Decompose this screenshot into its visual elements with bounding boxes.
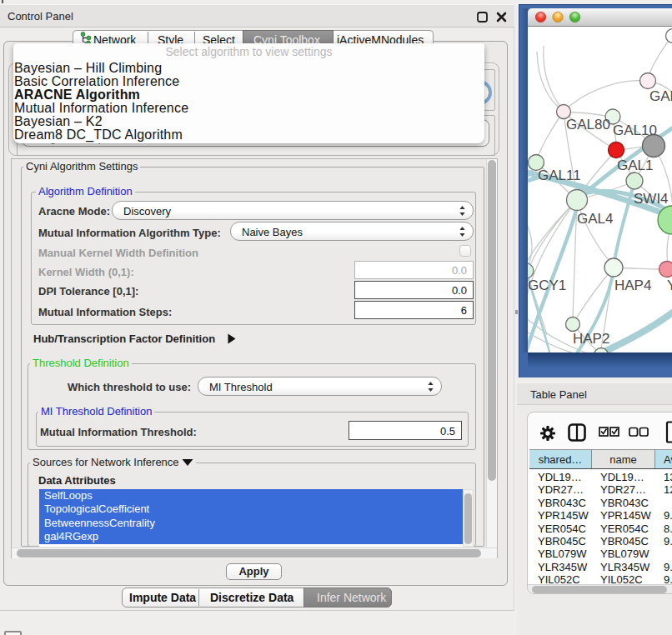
svg-text:Y: Y	[667, 278, 672, 293]
svg-text:GAL80: GAL80	[566, 117, 610, 132]
svg-text:HAP2: HAP2	[573, 331, 609, 347]
svg-text:GAL1: GAL1	[617, 158, 653, 173]
svg-text:GAL7: GAL7	[649, 88, 672, 104]
svg-text:GAL10: GAL10	[613, 122, 657, 138]
svg-text:GAL4: GAL4	[577, 211, 613, 227]
svg-text:GCY1: GCY1	[528, 278, 566, 293]
svg-text:HAP4: HAP4	[614, 278, 651, 293]
svg-text:SWI4: SWI4	[634, 191, 669, 207]
svg-text:GAL11: GAL11	[538, 168, 581, 183]
